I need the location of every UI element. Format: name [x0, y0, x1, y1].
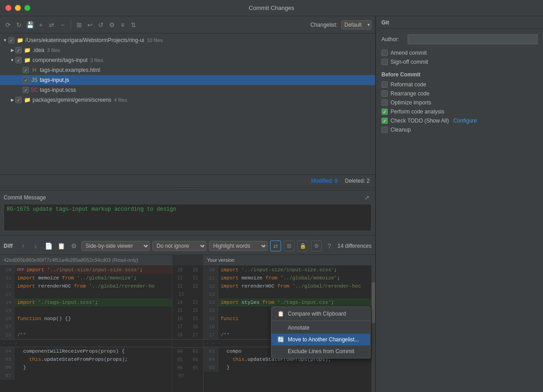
line-content [14, 307, 172, 315]
line-content: OFF import '../input-size/input-size.scs… [14, 266, 172, 274]
scrollbar-thumb[interactable] [372, 282, 375, 323]
expand-icon[interactable]: ▼ [9, 57, 15, 63]
center-num-row: 1010 [172, 266, 203, 274]
diff-line: 14 import './tags-input.scss' ; [0, 298, 172, 307]
configure-link[interactable]: Configure [453, 118, 477, 124]
close-button[interactable] [5, 5, 11, 11]
js-file-icon: JS [31, 76, 38, 84]
line-content: } [218, 364, 376, 372]
line-num: 10 [204, 266, 218, 274]
rearrange-row: Rearrange code [381, 90, 538, 97]
diff-scrollbar[interactable] [372, 255, 375, 392]
changelist-select[interactable]: Default [341, 20, 372, 29]
line-num: 13 [204, 298, 218, 307]
reformat-checkbox[interactable] [381, 81, 388, 88]
sort2-icon[interactable]: ⇅ [129, 20, 138, 29]
cleanup-checkbox[interactable] [381, 127, 388, 133]
optimize-checkbox[interactable] [381, 99, 388, 106]
diff-gear-icon[interactable]: ⚙ [69, 241, 79, 251]
context-menu-item-move[interactable]: 🔄 Move to Another Changelist... [272, 334, 370, 345]
amend-checkbox[interactable] [381, 50, 388, 56]
html-checkbox[interactable] [23, 67, 29, 73]
scss-checkbox[interactable] [23, 87, 29, 93]
context-menu-item-annotate[interactable]: Annotate [272, 322, 370, 334]
center-num-row: 9594 [172, 356, 203, 364]
right-panel: Git Author: Amend commit Sign-off commit… [376, 16, 543, 392]
cleanup-row: Cleanup [381, 127, 538, 133]
update-icon[interactable]: ⟳ [4, 20, 13, 29]
expand-icon[interactable]: ▶ [9, 97, 15, 103]
folder-icon: 📁 [16, 37, 24, 44]
tree-item-scss[interactable]: SC tags-input.scss [0, 85, 375, 95]
right-diff-content[interactable]: 10 import '../input-size/input-size.scss… [204, 266, 376, 392]
rearrange-checkbox[interactable] [381, 90, 388, 97]
signoff-checkbox[interactable] [381, 59, 388, 65]
todo-checkbox[interactable] [381, 118, 388, 124]
sort-icon[interactable]: ≡ [118, 20, 127, 29]
left-panel: ⟳ ↻ 💾 + ⇄ − ⊞ ↩ ↺ ⚙ ≡ ⇅ Changelist: Defa… [0, 16, 376, 392]
diff-copy-icon[interactable]: 📄 [43, 241, 53, 251]
analysis-checkbox[interactable] [381, 109, 388, 115]
diff-copy2-icon[interactable]: 📋 [56, 241, 66, 251]
modified-stat: Modified: 8 [311, 178, 338, 184]
line-num: 95 [204, 364, 218, 372]
tree-item-components[interactable]: ▼ 📁 components/tags-input 3 files [0, 55, 375, 65]
viewer-select[interactable]: Side-by-side viewer [81, 241, 150, 251]
tree-item-idea[interactable]: ▶ 📁 .idea 3 files [0, 45, 375, 55]
deleted-stat: Deleted: 2 [345, 178, 370, 184]
center-num-row: 1212 [172, 282, 203, 290]
maximize-button[interactable] [24, 5, 30, 11]
line-num: 17 [204, 331, 218, 339]
commit-textarea[interactable]: RG-1675 update tags-input markup accordi… [4, 204, 372, 231]
expand-icon[interactable]: ▶ [9, 47, 15, 53]
minimize-button[interactable] [15, 5, 21, 11]
lock-button[interactable]: 🔒 [297, 241, 308, 251]
side-by-side-button[interactable]: ⊞ [284, 241, 295, 251]
highlight-select[interactable]: Highlight words [209, 241, 267, 251]
commit-action-icon[interactable]: ↗ [362, 193, 372, 202]
line-num: 94 [0, 347, 14, 355]
ignore-select[interactable]: Do not ignore [152, 241, 206, 251]
tree-item-root[interactable]: ▼ 📁 /Users/ekaterinaprigara/WebstormProj… [0, 35, 375, 45]
packages-checkbox[interactable] [15, 97, 22, 103]
line-content: import memoize from '../global/memoize' … [218, 274, 376, 282]
line-num: 15 [0, 307, 14, 315]
tree-item-packages[interactable]: ▶ 📁 packages/gemini/gemini/screens 4 fil… [0, 95, 375, 105]
js-checkbox[interactable] [23, 77, 29, 83]
help-icon[interactable]: ? [324, 241, 334, 251]
author-input[interactable] [408, 34, 538, 44]
refresh-icon[interactable]: ↻ [14, 20, 24, 29]
settings-button[interactable]: ⚙ [311, 241, 322, 251]
group-icon[interactable]: ⊞ [75, 20, 84, 29]
root-checkbox[interactable] [8, 37, 14, 43]
center-num-row: 1413 [172, 298, 203, 307]
diff-next-icon[interactable]: ↓ [31, 241, 41, 251]
rearrange-label: Rearrange code [391, 90, 429, 97]
components-checkbox[interactable] [15, 57, 22, 63]
diff-icon[interactable]: ⇄ [47, 20, 56, 29]
sync-scroll-button[interactable]: ⇄ [270, 241, 281, 251]
idea-checkbox[interactable] [15, 47, 22, 53]
expand-icon[interactable]: ▼ [2, 37, 8, 43]
save-icon[interactable]: 💾 [25, 20, 34, 29]
remove-icon[interactable]: − [58, 20, 67, 29]
tree-item-html[interactable]: H tags-input.examples.html [0, 65, 375, 75]
line-content: function noop() {} [14, 315, 172, 323]
line-content [218, 290, 376, 298]
move-icon: 🔄 [277, 336, 284, 343]
settings-icon[interactable]: ⚙ [107, 20, 116, 29]
tree-item-js[interactable]: JS tags-input.js [0, 75, 375, 85]
signoff-label: Sign-off commit [391, 59, 428, 65]
context-menu-item-compare[interactable]: 📋 Compare with Clipboard [272, 308, 370, 320]
undo-icon[interactable]: ↩ [86, 20, 95, 29]
revert-icon[interactable]: ↺ [96, 20, 105, 29]
before-commit-header: Before Commit [381, 71, 538, 78]
diff-prev-icon[interactable]: ↑ [18, 241, 28, 251]
diff-line: 13 [0, 290, 172, 298]
diff-line: 12 import rerenderHOC from '../global/re… [204, 282, 376, 290]
left-diff-content[interactable]: 10 OFF import '../input-size/input-size.… [0, 266, 172, 392]
line-num: 97 [0, 372, 14, 380]
context-menu-item-exclude[interactable]: Exclude Lines from Commit [272, 345, 370, 357]
window-controls [5, 5, 30, 11]
add-icon[interactable]: + [36, 20, 45, 29]
